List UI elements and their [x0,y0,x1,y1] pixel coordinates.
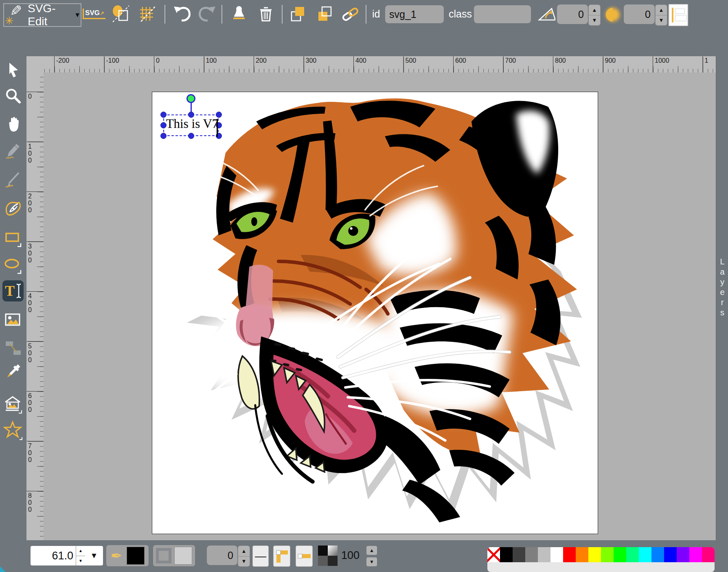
rotate-handle[interactable] [186,94,195,103]
toolbar-separator [164,5,165,24]
redo-icon [198,4,217,23]
linecap-button[interactable] [296,546,313,567]
stroke-swatch [174,547,192,565]
handle-w[interactable] [160,122,167,128]
stroke-color-button[interactable] [153,545,195,566]
palette-swatch[interactable] [500,547,513,562]
palette-swatch[interactable] [563,547,576,562]
zoom-spinner[interactable]: ▲ ▼ [76,546,85,565]
tool-star[interactable] [2,420,24,441]
handle-s[interactable] [188,133,194,139]
handle-ne[interactable] [216,112,222,118]
wireframe-mode-button[interactable] [112,4,130,24]
ruler-label: 2 0 0 [28,191,43,213]
zoom-value: 61.0 [31,550,76,562]
tool-text[interactable]: T [2,280,24,301]
ruler-label: 800 [553,57,566,73]
palette-swatch[interactable] [576,547,588,562]
palette-swatch[interactable] [651,547,664,562]
palette-swatch[interactable] [664,547,677,562]
handle-nw[interactable] [160,112,167,118]
redo-button[interactable] [198,4,217,24]
palette-swatch[interactable] [639,547,651,562]
class-field[interactable] [474,5,531,23]
magnifier-icon [4,87,22,105]
id-field[interactable] [385,5,444,23]
tool-pencil[interactable] [2,141,24,162]
stroke-width-field[interactable] [207,546,237,565]
tool-ellipse[interactable] [2,255,24,276]
fill-color-button[interactable]: ✒ [106,545,149,566]
workspace[interactable]: This is V7 [44,73,716,540]
tool-image[interactable] [2,310,24,331]
ruler-label: 3 0 0 [28,242,43,264]
ruler-label: 7 0 0 [28,441,43,463]
ruler-label: 900 [603,57,616,73]
zoom-control[interactable]: 61.0 ▲ ▼ ▼ [31,546,103,565]
opacity-up-button[interactable]: ▲ [366,546,377,555]
blur-icon [606,8,620,22]
eyedropper-icon [4,362,22,381]
id-label: id [372,8,380,20]
undo-button[interactable] [173,4,191,24]
palette-swatch[interactable] [614,547,626,562]
blur-field[interactable] [624,4,655,24]
palette-swatch[interactable] [538,547,550,562]
align-button[interactable] [669,4,688,26]
tool-path[interactable] [2,198,24,219]
rotation-spinner[interactable]: ▲▼ [588,4,601,26]
svg-source-button[interactable]: SVG↗ [85,4,103,24]
palette-swatch[interactable] [550,547,563,562]
palette-swatch[interactable] [626,547,639,562]
color-palette [487,547,715,572]
zoom-dropdown-icon[interactable]: ▼ [85,551,103,560]
grid-snap-button[interactable] [138,4,157,24]
corner-grip[interactable] [0,566,7,572]
ruler-label: 1 0 0 [28,142,43,164]
ruler-label: 5 0 0 [28,341,43,363]
main-menu-button[interactable]: ✳ ✎ SVG-Edit ▼ [3,3,81,27]
palette-swatch[interactable] [588,547,601,562]
blur-spinner[interactable]: ▲▼ [655,4,667,26]
palette-swatch[interactable] [689,547,702,562]
rectangle-icon [4,229,22,248]
tiger-drawing[interactable] [152,92,598,534]
palette-swatch[interactable] [513,547,525,562]
palette-swatch[interactable] [601,547,614,562]
tool-rect[interactable] [2,228,24,249]
handle-n[interactable] [188,112,194,118]
make-link-button[interactable] [341,4,360,24]
clone-button[interactable] [230,4,248,24]
palette-swatch[interactable] [487,547,500,562]
rotation-field[interactable] [557,4,588,24]
tool-eyedropper[interactable] [2,361,24,382]
delete-button[interactable] [257,4,275,24]
connector-icon [4,339,22,357]
palette-swatch[interactable] [702,547,715,562]
tool-pan[interactable] [2,113,24,134]
palette-swatch[interactable] [525,547,538,562]
palette-swatch[interactable] [677,547,689,562]
hand-icon [4,115,22,133]
stamp-icon [230,4,248,23]
tool-select[interactable] [2,59,24,81]
move-bottom-button[interactable] [315,4,334,24]
handle-sw[interactable] [160,133,167,139]
class-label: class [449,8,472,20]
main-toolbar: ✳ ✎ SVG-Edit ▼ SVG↗ [0,0,728,29]
dash-style-button[interactable]: — [252,546,269,567]
tool-connector[interactable] [2,337,24,359]
opacity-down-button[interactable]: ▼ [366,557,377,566]
link-icon [341,4,360,23]
linejoin-button[interactable] [273,546,290,567]
move-top-button[interactable] [288,4,307,24]
ruler-label: 4 0 0 [28,291,43,313]
svg-canvas[interactable]: This is V7 [152,92,598,534]
tool-shape-library[interactable] [2,394,24,415]
stroke-width-spinner[interactable]: ▲▼ [238,546,250,567]
layers-panel-toggle[interactable]: Layers [716,56,728,540]
stroke-square-icon [156,548,171,563]
tool-zoom[interactable] [2,86,24,107]
line-icon [4,170,22,188]
tool-line[interactable] [2,169,24,190]
